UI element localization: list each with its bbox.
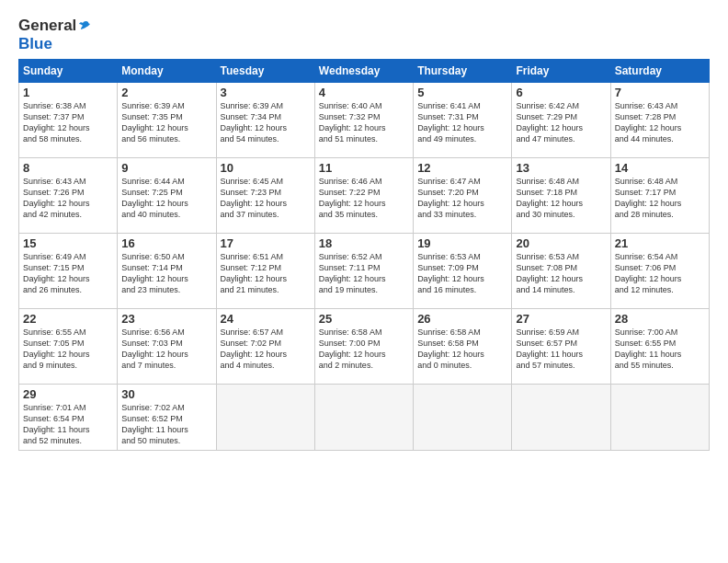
calendar-cell: 17Sunrise: 6:51 AMSunset: 7:12 PMDayligh… <box>216 234 314 309</box>
week-row-4: 22Sunrise: 6:55 AMSunset: 7:05 PMDayligh… <box>19 309 710 385</box>
calendar-cell <box>314 385 413 451</box>
day-info: Sunrise: 6:46 AMSunset: 7:22 PMDaylight:… <box>319 176 409 221</box>
day-number: 3 <box>221 86 311 99</box>
day-info: Sunrise: 6:56 AMSunset: 7:03 PMDaylight:… <box>121 327 211 372</box>
day-info: Sunrise: 6:58 AMSunset: 7:00 PMDaylight:… <box>319 327 409 372</box>
calendar-cell <box>512 385 610 451</box>
day-number: 5 <box>417 86 507 99</box>
day-info: Sunrise: 6:59 AMSunset: 6:57 PMDaylight:… <box>516 327 606 372</box>
calendar-cell: 11Sunrise: 6:46 AMSunset: 7:22 PMDayligh… <box>314 158 413 234</box>
calendar-cell: 10Sunrise: 6:45 AMSunset: 7:23 PMDayligh… <box>216 158 314 234</box>
weekday-saturday: Saturday <box>610 60 709 83</box>
day-number: 13 <box>516 161 606 175</box>
day-info: Sunrise: 6:44 AMSunset: 7:25 PMDaylight:… <box>121 176 211 221</box>
logo: General Blue <box>18 17 92 53</box>
day-info: Sunrise: 6:54 AMSunset: 7:06 PMDaylight:… <box>615 251 705 296</box>
calendar-cell: 18Sunrise: 6:52 AMSunset: 7:11 PMDayligh… <box>314 234 413 309</box>
logo-text: General Blue <box>18 17 92 53</box>
day-info: Sunrise: 6:52 AMSunset: 7:11 PMDaylight:… <box>319 251 409 296</box>
day-number: 28 <box>615 312 705 326</box>
day-number: 16 <box>121 236 211 250</box>
day-info: Sunrise: 6:53 AMSunset: 7:08 PMDaylight:… <box>516 251 606 296</box>
day-info: Sunrise: 6:58 AMSunset: 6:58 PMDaylight:… <box>417 327 507 372</box>
day-info: Sunrise: 6:48 AMSunset: 7:18 PMDaylight:… <box>516 176 606 221</box>
day-info: Sunrise: 7:02 AMSunset: 6:52 PMDaylight:… <box>121 402 211 447</box>
calendar-cell: 30Sunrise: 7:02 AMSunset: 6:52 PMDayligh… <box>118 385 216 451</box>
calendar-cell: 28Sunrise: 7:00 AMSunset: 6:55 PMDayligh… <box>610 309 709 385</box>
day-info: Sunrise: 6:38 AMSunset: 7:37 PMDaylight:… <box>23 100 113 145</box>
day-number: 8 <box>23 161 113 175</box>
day-number: 14 <box>615 161 705 175</box>
page: General Blue SundayMondayTuesdayWednesda… <box>0 0 728 563</box>
day-number: 26 <box>417 312 507 326</box>
calendar-cell: 1Sunrise: 6:38 AMSunset: 7:37 PMDaylight… <box>19 83 118 158</box>
day-info: Sunrise: 6:55 AMSunset: 7:05 PMDaylight:… <box>23 327 113 372</box>
calendar-cell: 23Sunrise: 6:56 AMSunset: 7:03 PMDayligh… <box>118 309 216 385</box>
day-info: Sunrise: 6:51 AMSunset: 7:12 PMDaylight:… <box>221 251 311 296</box>
calendar-cell: 12Sunrise: 6:47 AMSunset: 7:20 PMDayligh… <box>414 158 512 234</box>
day-number: 25 <box>319 312 409 326</box>
bird-icon <box>77 19 92 34</box>
day-number: 19 <box>417 236 507 250</box>
day-info: Sunrise: 6:45 AMSunset: 7:23 PMDaylight:… <box>221 176 311 221</box>
day-info: Sunrise: 6:50 AMSunset: 7:14 PMDaylight:… <box>121 251 211 296</box>
weekday-tuesday: Tuesday <box>216 60 314 83</box>
day-info: Sunrise: 6:53 AMSunset: 7:09 PMDaylight:… <box>417 251 507 296</box>
calendar-cell <box>414 385 512 451</box>
week-row-3: 15Sunrise: 6:49 AMSunset: 7:15 PMDayligh… <box>19 234 710 309</box>
calendar-cell: 3Sunrise: 6:39 AMSunset: 7:34 PMDaylight… <box>216 83 314 158</box>
day-number: 29 <box>23 387 113 401</box>
day-info: Sunrise: 6:43 AMSunset: 7:28 PMDaylight:… <box>615 100 705 145</box>
calendar-table: SundayMondayTuesdayWednesdayThursdayFrid… <box>18 59 710 451</box>
calendar-cell: 26Sunrise: 6:58 AMSunset: 6:58 PMDayligh… <box>414 309 512 385</box>
day-info: Sunrise: 7:01 AMSunset: 6:54 PMDaylight:… <box>23 402 113 447</box>
calendar-cell: 22Sunrise: 6:55 AMSunset: 7:05 PMDayligh… <box>19 309 118 385</box>
weekday-wednesday: Wednesday <box>314 60 413 83</box>
day-number: 30 <box>121 387 211 401</box>
calendar-cell: 25Sunrise: 6:58 AMSunset: 7:00 PMDayligh… <box>314 309 413 385</box>
week-row-5: 29Sunrise: 7:01 AMSunset: 6:54 PMDayligh… <box>19 385 710 451</box>
weekday-friday: Friday <box>512 60 610 83</box>
day-info: Sunrise: 6:39 AMSunset: 7:34 PMDaylight:… <box>221 100 311 145</box>
day-info: Sunrise: 6:48 AMSunset: 7:17 PMDaylight:… <box>615 176 705 221</box>
day-number: 2 <box>121 86 211 99</box>
weekday-monday: Monday <box>118 60 216 83</box>
day-info: Sunrise: 6:47 AMSunset: 7:20 PMDaylight:… <box>417 176 507 221</box>
day-number: 11 <box>319 161 409 175</box>
header: General Blue <box>18 17 710 53</box>
calendar-cell: 16Sunrise: 6:50 AMSunset: 7:14 PMDayligh… <box>118 234 216 309</box>
day-number: 18 <box>319 236 409 250</box>
calendar-cell <box>216 385 314 451</box>
calendar-cell: 27Sunrise: 6:59 AMSunset: 6:57 PMDayligh… <box>512 309 610 385</box>
day-info: Sunrise: 7:00 AMSunset: 6:55 PMDaylight:… <box>615 327 705 372</box>
day-number: 24 <box>221 312 311 326</box>
day-number: 7 <box>615 86 705 99</box>
weekday-sunday: Sunday <box>19 60 118 83</box>
calendar-cell: 24Sunrise: 6:57 AMSunset: 7:02 PMDayligh… <box>216 309 314 385</box>
day-number: 4 <box>319 86 409 99</box>
day-number: 23 <box>121 312 211 326</box>
calendar-cell: 9Sunrise: 6:44 AMSunset: 7:25 PMDaylight… <box>118 158 216 234</box>
calendar-cell: 5Sunrise: 6:41 AMSunset: 7:31 PMDaylight… <box>414 83 512 158</box>
calendar-cell: 2Sunrise: 6:39 AMSunset: 7:35 PMDaylight… <box>118 83 216 158</box>
day-info: Sunrise: 6:49 AMSunset: 7:15 PMDaylight:… <box>23 251 113 296</box>
weekday-thursday: Thursday <box>414 60 512 83</box>
day-number: 6 <box>516 86 606 99</box>
calendar-cell: 29Sunrise: 7:01 AMSunset: 6:54 PMDayligh… <box>19 385 118 451</box>
week-row-2: 8Sunrise: 6:43 AMSunset: 7:26 PMDaylight… <box>19 158 710 234</box>
calendar-cell: 19Sunrise: 6:53 AMSunset: 7:09 PMDayligh… <box>414 234 512 309</box>
calendar-cell: 14Sunrise: 6:48 AMSunset: 7:17 PMDayligh… <box>610 158 709 234</box>
calendar-cell <box>610 385 709 451</box>
day-number: 1 <box>23 86 113 99</box>
day-number: 22 <box>23 312 113 326</box>
day-number: 9 <box>121 161 211 175</box>
weekday-header-row: SundayMondayTuesdayWednesdayThursdayFrid… <box>19 60 710 83</box>
week-row-1: 1Sunrise: 6:38 AMSunset: 7:37 PMDaylight… <box>19 83 710 158</box>
day-number: 20 <box>516 236 606 250</box>
day-number: 12 <box>417 161 507 175</box>
day-number: 10 <box>221 161 311 175</box>
day-number: 21 <box>615 236 705 250</box>
day-info: Sunrise: 6:39 AMSunset: 7:35 PMDaylight:… <box>121 100 211 145</box>
calendar-cell: 21Sunrise: 6:54 AMSunset: 7:06 PMDayligh… <box>610 234 709 309</box>
day-info: Sunrise: 6:41 AMSunset: 7:31 PMDaylight:… <box>417 100 507 145</box>
